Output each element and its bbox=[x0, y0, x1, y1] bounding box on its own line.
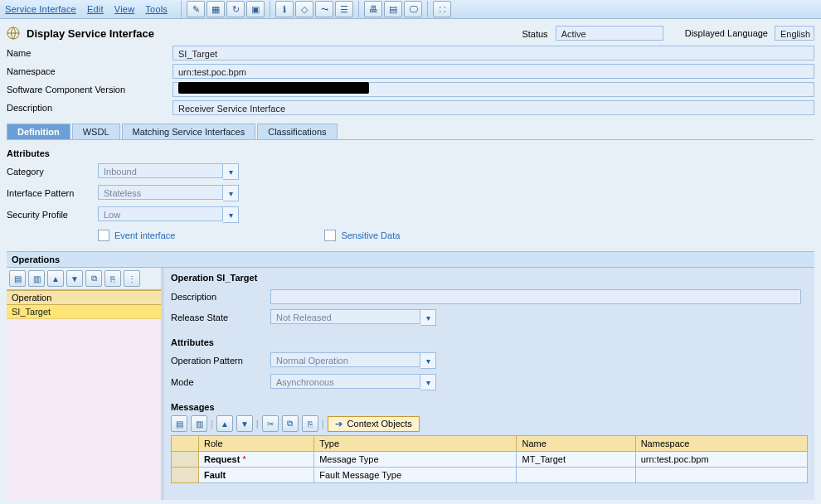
event-interface-checkbox[interactable] bbox=[98, 230, 109, 241]
col-namespace: Namespace bbox=[635, 436, 807, 452]
security-value: Low bbox=[98, 206, 223, 221]
sensitive-data-checkbox[interactable] bbox=[324, 230, 336, 241]
msg-new-icon[interactable]: ▤ bbox=[171, 415, 187, 432]
op-mode-dropdown-icon[interactable]: ▾ bbox=[420, 374, 436, 390]
status-value: Active bbox=[556, 26, 663, 41]
tab-strip: Definition WSDL Matching Service Interfa… bbox=[7, 124, 814, 140]
op-copy-icon[interactable]: ⧉ bbox=[85, 270, 102, 287]
category-label: Category bbox=[7, 167, 98, 177]
namespace-value: urn:test.poc.bpm bbox=[172, 64, 814, 79]
messages-table: Role Type Name Namespace Request * Messa… bbox=[171, 435, 808, 483]
row0-namespace: urn:test.poc.bpm bbox=[635, 452, 807, 468]
op-down-icon[interactable]: ▼ bbox=[66, 270, 83, 287]
op-mode-value: Asynchronous bbox=[270, 374, 420, 389]
col-type: Type bbox=[314, 436, 517, 452]
row1-type: Fault Message Type bbox=[314, 468, 517, 483]
pattern-value: Stateless bbox=[98, 185, 223, 200]
globe-icon bbox=[7, 27, 20, 40]
msg-down-icon[interactable]: ▼ bbox=[236, 415, 253, 432]
category-value: Inbound bbox=[98, 163, 223, 178]
op-up-icon[interactable]: ▲ bbox=[47, 270, 64, 287]
col-selector bbox=[172, 436, 199, 452]
operation-detail-title: Operation SI_Target bbox=[171, 273, 808, 283]
operations-left-pane: ▤ ▥ ▲ ▼ ⧉ ⎘ ⋮ Operation SI_Target bbox=[7, 268, 164, 500]
op-delete-icon[interactable]: ▥ bbox=[28, 270, 45, 287]
pattern-dropdown-icon[interactable]: ▾ bbox=[223, 185, 239, 201]
toolbar-edit-icon[interactable]: ✎ bbox=[187, 1, 205, 17]
op-attr-title: Attributes bbox=[171, 337, 808, 347]
toolbar-book-icon[interactable]: ▤ bbox=[384, 1, 402, 17]
toolbar-refresh-icon[interactable]: ↻ bbox=[226, 1, 245, 17]
op-pattern-dropdown-icon[interactable]: ▾ bbox=[420, 352, 436, 369]
row-selector[interactable] bbox=[172, 468, 199, 483]
toolbar-hierarchy-icon[interactable]: ⸬ bbox=[433, 1, 451, 17]
toolbar-save-icon[interactable]: ▣ bbox=[246, 1, 265, 17]
description-label: Description bbox=[7, 103, 172, 113]
security-label: Security Profile bbox=[7, 210, 98, 220]
op-detail-icon[interactable]: ⋮ bbox=[124, 270, 140, 287]
table-row[interactable]: Fault Fault Message Type bbox=[172, 468, 808, 483]
toolbar-display-icon[interactable]: ▦ bbox=[206, 1, 225, 17]
toolbar-where-used-icon[interactable]: ◇ bbox=[295, 1, 313, 17]
toolbar-print-icon[interactable]: 🖶 bbox=[364, 1, 382, 17]
operations-toolbar: ▤ ▥ ▲ ▼ ⧉ ⎘ ⋮ bbox=[7, 268, 161, 290]
tab-matching[interactable]: Matching Service Interfaces bbox=[122, 124, 256, 139]
name-label: Name bbox=[7, 48, 172, 58]
operation-detail-pane: Operation SI_Target Description Release … bbox=[164, 268, 814, 500]
tab-wsdl[interactable]: WSDL bbox=[72, 124, 120, 139]
row0-name: MT_Target bbox=[517, 452, 635, 468]
operations-list-item-selected[interactable]: SI_Target bbox=[7, 305, 161, 319]
operations-list-body bbox=[7, 319, 161, 500]
pattern-label: Interface Pattern bbox=[7, 188, 98, 198]
name-value: SI_Target bbox=[172, 46, 814, 61]
row0-star: * bbox=[242, 454, 245, 464]
row1-namespace bbox=[635, 468, 807, 483]
msg-del-icon[interactable]: ▥ bbox=[191, 415, 207, 432]
status-label: Status bbox=[522, 29, 547, 39]
row0-role: Request bbox=[204, 454, 240, 464]
security-dropdown-icon[interactable]: ▾ bbox=[223, 206, 239, 223]
op-desc-value[interactable] bbox=[270, 289, 801, 304]
operations-list-header: Operation bbox=[7, 290, 161, 305]
menu-view[interactable]: View bbox=[114, 4, 134, 14]
op-release-dropdown-icon[interactable]: ▾ bbox=[420, 309, 436, 326]
toolbar-object-icon[interactable]: ☰ bbox=[335, 1, 353, 17]
toolbar-monitor-icon[interactable]: 🖵 bbox=[404, 1, 422, 17]
scv-label: Software Component Version bbox=[7, 85, 172, 94]
op-desc-label: Description bbox=[171, 292, 270, 302]
context-objects-label: Context Objects bbox=[347, 419, 412, 429]
tab-classifications[interactable]: Classifications bbox=[257, 124, 337, 139]
tab-definition[interactable]: Definition bbox=[7, 124, 70, 139]
menu-service-interface[interactable]: Service Interface bbox=[5, 4, 76, 14]
msg-cut-icon[interactable]: ✂ bbox=[262, 415, 279, 432]
row1-name bbox=[517, 468, 635, 483]
attributes-title: Attributes bbox=[7, 148, 814, 158]
col-name: Name bbox=[517, 436, 635, 452]
op-new-icon[interactable]: ▤ bbox=[9, 270, 26, 287]
table-row[interactable]: Request * Message Type MT_Target urn:tes… bbox=[172, 452, 808, 468]
toolbar-nav-icon[interactable]: ⤳ bbox=[315, 1, 333, 17]
displayed-language-value: English bbox=[775, 26, 814, 41]
event-interface-label: Event interface bbox=[114, 230, 175, 240]
menu-edit[interactable]: Edit bbox=[87, 4, 104, 14]
category-dropdown-icon[interactable]: ▾ bbox=[223, 163, 239, 180]
status-area: Status Active bbox=[522, 26, 663, 41]
toolbar-info-icon[interactable]: ℹ bbox=[275, 1, 294, 17]
op-release-value: Not Released bbox=[270, 309, 420, 324]
row1-role: Fault bbox=[204, 470, 226, 480]
context-objects-button[interactable]: ➔ Context Objects bbox=[328, 416, 420, 432]
scv-redacted bbox=[178, 82, 369, 94]
messages-toolbar: ▤ ▥ | ▲ ▼ | ✂ ⧉ ⎘ | ➔ Context Objects bbox=[171, 415, 808, 432]
sensitive-data-label: Sensitive Data bbox=[341, 230, 400, 240]
menu-tools[interactable]: Tools bbox=[145, 4, 168, 14]
row-selector[interactable] bbox=[172, 452, 199, 468]
msg-paste-icon[interactable]: ⎘ bbox=[302, 415, 318, 432]
msg-copy-icon[interactable]: ⧉ bbox=[282, 415, 299, 432]
top-toolbar: Service Interface Edit View Tools ✎ ▦ ↻ … bbox=[0, 0, 821, 19]
msg-up-icon[interactable]: ▲ bbox=[216, 415, 233, 432]
op-release-label: Release State bbox=[171, 313, 270, 322]
displayed-language-label: Displayed Language bbox=[685, 28, 768, 38]
menu-bar: Service Interface Edit View Tools bbox=[5, 4, 176, 14]
op-paste-icon[interactable]: ⎘ bbox=[104, 270, 121, 287]
namespace-label: Namespace bbox=[7, 66, 172, 76]
